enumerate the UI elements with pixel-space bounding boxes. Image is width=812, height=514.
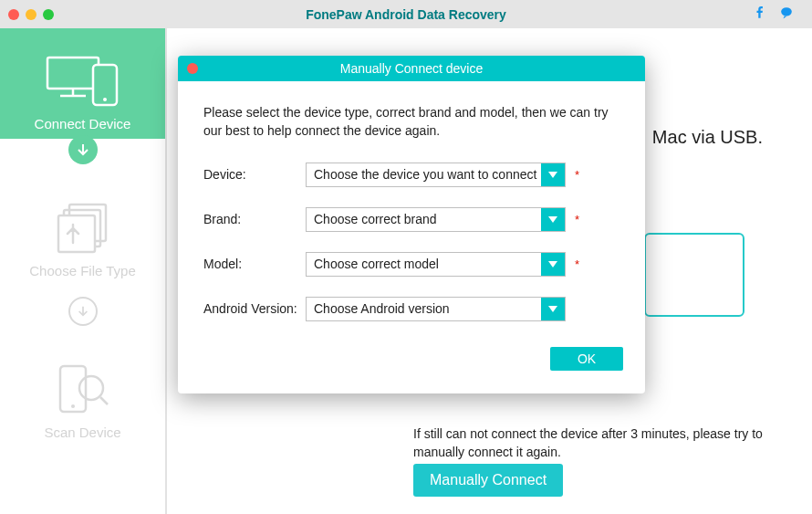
svg-rect-9 — [58, 215, 95, 252]
maximize-window-dot[interactable] — [43, 9, 54, 20]
chevron-down-icon — [541, 208, 565, 231]
sidebar-step-scan-device[interactable]: Scan Device — [0, 337, 165, 447]
android-version-select[interactable]: Choose Android version — [306, 297, 566, 321]
header-icons — [754, 6, 794, 22]
manually-connect-button[interactable]: Manually Connect — [413, 464, 563, 497]
android-version-select-value: Choose Android version — [307, 301, 541, 316]
device-select-value: Choose the device you want to connect — [307, 167, 541, 182]
sidebar-step-connect[interactable]: Connect Device — [0, 28, 165, 139]
svg-point-13 — [79, 376, 103, 400]
facebook-icon[interactable] — [754, 6, 766, 22]
model-select-value: Choose correct model — [307, 257, 541, 271]
brand-row: Brand: Choose correct brand * — [203, 207, 619, 232]
required-star: * — [575, 168, 579, 182]
svg-marker-16 — [548, 216, 557, 223]
svg-marker-17 — [548, 261, 557, 267]
svg-point-5 — [103, 98, 107, 101]
minimize-window-dot[interactable] — [26, 9, 36, 20]
window-controls — [8, 9, 54, 20]
device-row: Device: Choose the device you want to co… — [203, 163, 619, 187]
modal-footer: OK — [178, 341, 645, 371]
arrow-down-icon — [68, 297, 98, 326]
close-window-dot[interactable] — [8, 9, 19, 20]
background-hint-text: Mac via USB. — [652, 127, 763, 148]
modal-body: Please select the device type, correct b… — [178, 81, 645, 321]
brand-select-value: Choose correct brand — [307, 212, 541, 226]
device-select[interactable]: Choose the device you want to connect — [306, 163, 566, 187]
still-cannot-connect-text: If still can not connect the device afte… — [413, 425, 766, 462]
chevron-down-icon — [541, 298, 565, 320]
sidebar-step-choose-file-type[interactable]: Choose File Type — [0, 175, 165, 286]
sidebar-step-label: Connect Device — [35, 116, 131, 131]
modal-description: Please select the device type, correct b… — [203, 103, 619, 141]
svg-point-0 — [781, 7, 792, 16]
app-body: Connect Device Choose File Type — [0, 28, 812, 514]
model-row: Model: Choose correct model * — [203, 252, 619, 277]
arrow-down-icon — [68, 135, 98, 164]
modal-header: Manually Connect device — [178, 56, 645, 81]
required-star: * — [575, 213, 579, 226]
brand-label: Brand: — [203, 212, 306, 226]
android-version-label: Android Version: — [203, 301, 306, 316]
model-label: Model: — [203, 257, 306, 271]
chevron-down-icon — [541, 163, 565, 186]
svg-marker-18 — [548, 306, 557, 312]
svg-line-14 — [100, 397, 108, 404]
android-version-row: Android Version: Choose Android version — [203, 297, 619, 321]
chevron-down-icon — [541, 253, 565, 276]
app-title: FonePaw Android Data Recovery — [0, 7, 812, 22]
choose-file-type-icon — [51, 195, 115, 259]
required-star: * — [575, 257, 579, 271]
modal-title: Manually Connect device — [178, 61, 645, 76]
device-label: Device: — [203, 167, 306, 182]
model-select[interactable]: Choose correct model — [306, 252, 566, 277]
main-area: Mac via USB. If still can not connect th… — [165, 28, 812, 514]
titlebar: FonePaw Android Data Recovery — [0, 0, 812, 28]
ok-button[interactable]: OK — [550, 347, 623, 371]
device-outline-graphic — [644, 233, 744, 317]
connect-device-icon — [42, 48, 124, 112]
manually-connect-modal: Manually Connect device Please select th… — [178, 56, 645, 393]
brand-select[interactable]: Choose correct brand — [306, 207, 566, 232]
chat-icon[interactable] — [779, 6, 794, 22]
sidebar-step-label: Scan Device — [44, 425, 120, 440]
svg-rect-1 — [47, 58, 99, 89]
sidebar-step-label: Choose File Type — [29, 263, 135, 278]
svg-point-12 — [71, 404, 75, 408]
sidebar: Connect Device Choose File Type — [0, 28, 165, 514]
scan-device-icon — [55, 357, 111, 421]
svg-marker-15 — [548, 172, 557, 178]
